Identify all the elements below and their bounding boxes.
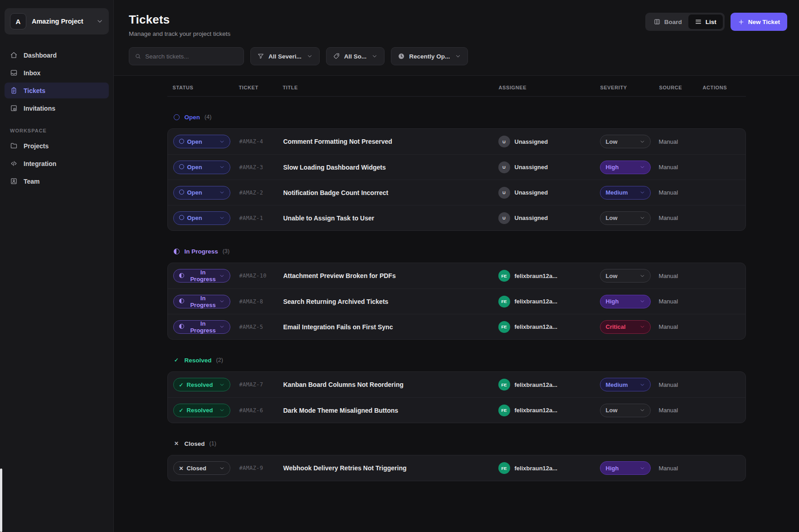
status-select[interactable]: In Progress (173, 295, 230, 308)
status-select[interactable]: In Progress (173, 269, 230, 283)
severity-select[interactable]: High (600, 295, 651, 308)
ticket-row[interactable]: In Progress #AMAZ-8 Search Returning Arc… (168, 288, 745, 314)
sidebar-item-projects[interactable]: Projects (5, 138, 109, 154)
ticket-title: Email Integration Fails on First Sync (283, 323, 498, 331)
status-icon (173, 248, 180, 255)
chevron-down-icon (639, 407, 645, 413)
ticket-row[interactable]: Open #AMAZ-2 Notification Badge Count In… (168, 180, 745, 205)
ticket-row[interactable]: ✕ Closed #AMAZ-9 Webhook Delivery Retrie… (168, 455, 745, 481)
status-select[interactable]: ✓ Resolved (173, 404, 230, 417)
status-select[interactable]: Open (173, 186, 230, 200)
ticket-row[interactable]: Open #AMAZ-1 Unable to Assign Task to Us… (168, 205, 745, 230)
chevron-down-icon (219, 298, 225, 304)
ticket-id: #AMAZ-1 (239, 215, 283, 221)
severity-label: Low (606, 407, 618, 414)
ticket-row[interactable]: Open #AMAZ-3 Slow Loading Dashboard Widg… (168, 154, 745, 180)
chevron-down-icon (639, 273, 645, 279)
sidebar-item-team[interactable]: Team (5, 173, 109, 189)
ticket-id: #AMAZ-3 (239, 164, 283, 171)
sidebar-item-inbox[interactable]: Inbox (5, 65, 109, 81)
severity-select[interactable]: Low (600, 404, 651, 417)
severity-select[interactable]: Medium (600, 378, 651, 391)
group-count: (2) (216, 357, 223, 363)
search-box (129, 47, 244, 65)
ticket-row[interactable]: Open #AMAZ-4 Comment Formatting Not Pres… (168, 129, 745, 154)
ticket-source: Manual (659, 215, 702, 221)
group-header: Open (4) (167, 112, 746, 122)
ticket-source: Manual (659, 298, 702, 305)
group-card: ✕ Closed #AMAZ-9 Webhook Delivery Retrie… (167, 455, 746, 481)
sidebar-item-tickets[interactable]: Tickets (5, 83, 109, 98)
assignee-avatar: U (498, 212, 510, 224)
filters-bar: All Severi... All So... Recently Op... (114, 37, 799, 75)
board-view-button[interactable]: Board (647, 15, 688, 29)
status-label: Open (187, 189, 202, 196)
sidebar-item-invitations[interactable]: Invitations (5, 100, 109, 116)
assignee-cell: U Unassigned (498, 212, 600, 224)
ticket-row[interactable]: ✓ Resolved #AMAZ-7 Kanban Board Columns … (168, 372, 745, 397)
ticket-source: Manual (659, 189, 702, 196)
chevron-down-icon (371, 53, 378, 59)
chevron-down-icon (219, 407, 225, 413)
sidebar-item-integration[interactable]: Integration (5, 156, 109, 171)
ticket-row[interactable]: ✓ Resolved #AMAZ-6 Dark Mode Theme Misal… (168, 397, 745, 423)
assignee-name: felixbraun12a... (515, 407, 558, 414)
severity-select[interactable]: Critical (600, 320, 651, 334)
severity-select[interactable]: Medium (600, 186, 651, 200)
list-view-button[interactable]: List (688, 15, 723, 29)
status-select[interactable]: ✕ Closed (173, 461, 230, 475)
sort-filter[interactable]: Recently Op... (391, 47, 468, 65)
severity-label: Medium (606, 381, 628, 388)
severity-select[interactable]: Low (600, 269, 651, 283)
status-select[interactable]: In Progress (173, 320, 230, 334)
page-header: Tickets Manage and track your project ti… (114, 0, 799, 37)
status-icon (179, 273, 184, 279)
sidebar-nav: DashboardInboxTicketsInvitations (5, 47, 109, 116)
assignee-cell: FE felixbraun12a... (498, 270, 600, 282)
plus-icon (738, 19, 745, 25)
sidebar: A Amazing Project DashboardInboxTicketsI… (0, 0, 114, 532)
severity-select[interactable]: High (600, 161, 651, 174)
project-name: Amazing Project (32, 18, 91, 25)
sidebar-item-dashboard[interactable]: Dashboard (5, 47, 109, 63)
ticket-row[interactable]: In Progress #AMAZ-10 Attachment Preview … (168, 263, 745, 288)
ticket-source: Manual (659, 273, 702, 279)
assignee-cell: FE felixbraun12a... (498, 379, 600, 390)
tag-icon (333, 53, 340, 60)
status-icon (173, 114, 180, 121)
status-select[interactable]: Open (173, 161, 230, 174)
ticket-title: Unable to Assign Task to User (283, 215, 498, 222)
group-header: ✕ Closed (1) (167, 439, 746, 449)
group-count: (4) (205, 114, 211, 120)
group-header: ✓ Resolved (2) (167, 355, 746, 365)
chevron-down-icon (639, 190, 645, 195)
status-icon: ✕ (179, 465, 184, 472)
column-header-severity: Severity (600, 85, 659, 90)
status-select[interactable]: Open (173, 135, 230, 148)
status-icon (179, 298, 184, 305)
list-icon (695, 18, 702, 25)
severity-filter[interactable]: All Severi... (250, 47, 320, 65)
severity-select[interactable]: Low (600, 211, 651, 225)
search-icon (135, 53, 141, 60)
status-label: Open (187, 138, 202, 145)
severity-select[interactable]: High (600, 461, 651, 475)
scrollbar-thumb[interactable] (0, 469, 2, 532)
assignee-avatar: FE (498, 270, 510, 282)
new-ticket-button[interactable]: New Ticket (731, 13, 787, 31)
severity-select[interactable]: Low (600, 135, 651, 148)
status-select[interactable]: Open (173, 211, 230, 225)
project-switcher[interactable]: A Amazing Project (5, 8, 109, 34)
status-select[interactable]: ✓ Resolved (173, 378, 230, 391)
ticket-title: Kanban Board Columns Not Reordering (283, 381, 498, 388)
severity-label: Medium (606, 189, 628, 196)
column-header-ticket: Ticket (239, 85, 283, 90)
ticket-id: #AMAZ-5 (239, 324, 283, 330)
ticket-source: Manual (659, 407, 702, 414)
ticket-row[interactable]: In Progress #AMAZ-5 Email Integration Fa… (168, 314, 745, 339)
search-input[interactable] (145, 53, 238, 60)
sidebar-item-label: Projects (24, 142, 49, 150)
source-filter[interactable]: All So... (326, 47, 385, 65)
ticket-id: #AMAZ-6 (239, 407, 283, 414)
assignee-cell: U Unassigned (498, 136, 600, 147)
